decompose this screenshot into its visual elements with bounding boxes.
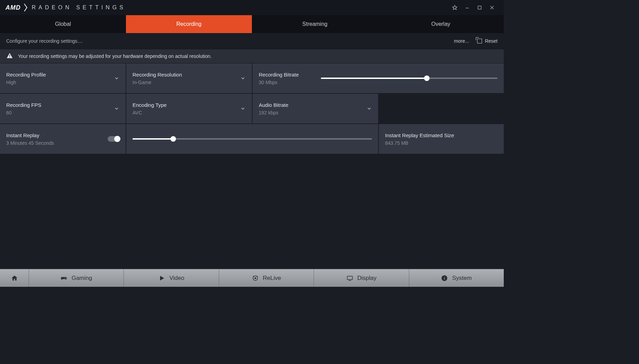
recording-fps-label: Recording FPS (6, 102, 119, 108)
minimize-icon (464, 5, 470, 10)
instant-replay-label: Instant Replay (6, 132, 119, 138)
tab-recording[interactable]: Recording (126, 15, 252, 33)
brand-text: AMD (6, 4, 21, 11)
recording-bitrate-value: 30 Mbps (259, 80, 311, 85)
nav-gaming[interactable]: Gaming (29, 269, 124, 287)
instant-replay-value: 3 Minutes 45 Seconds (6, 140, 119, 146)
svg-rect-13 (444, 276, 445, 277)
row-2: Recording FPS 60 Encoding Type AVC Audio… (0, 94, 504, 123)
reset-icon (477, 39, 482, 43)
chevron-down-icon (240, 75, 246, 81)
nav-display-label: Display (357, 275, 377, 282)
svg-marker-0 (452, 5, 457, 10)
svg-point-8 (257, 276, 258, 277)
audio-bitrate-value: 192 kbps (259, 110, 372, 115)
nav-system[interactable]: System (409, 269, 504, 287)
row-1: Recording Profile High Recording Resolut… (0, 63, 504, 93)
close-icon (489, 5, 495, 10)
reset-button[interactable]: Reset (477, 38, 498, 44)
amd-logo: AMD (6, 4, 26, 11)
recording-fps-dropdown[interactable]: Recording FPS 60 (0, 94, 126, 123)
display-icon (346, 275, 353, 282)
chevron-down-icon (114, 106, 119, 111)
tab-global[interactable]: Global (0, 15, 126, 33)
nav-display[interactable]: Display (314, 269, 409, 287)
warning-icon (6, 52, 13, 60)
instant-replay-slider-tile (126, 124, 378, 154)
instant-replay-size-tile: Instant Replay Estimated Size 843.75 MB (379, 124, 504, 154)
chevron-down-icon (114, 75, 119, 81)
info-icon (441, 275, 448, 282)
nav-system-label: System (452, 275, 472, 282)
recording-profile-label: Recording Profile (6, 72, 119, 78)
chevron-down-icon (366, 106, 372, 111)
nav-video[interactable]: Video (124, 269, 219, 287)
subheader-text: Configure your recording settings.... (6, 38, 83, 44)
tab-overlay[interactable]: Overlay (378, 15, 504, 33)
content-area: Recording Profile High Recording Resolut… (0, 63, 504, 269)
reset-label: Reset (485, 38, 498, 44)
recording-bitrate-slider[interactable] (321, 78, 498, 79)
encoding-type-dropdown[interactable]: Encoding Type AVC (126, 94, 252, 123)
svg-rect-12 (444, 277, 445, 280)
svg-rect-9 (347, 276, 352, 280)
recording-resolution-dropdown[interactable]: Recording Resolution In-Game (126, 63, 252, 93)
top-tabs: Global Recording Streaming Overlay (0, 15, 504, 33)
play-icon (158, 275, 165, 282)
svg-rect-2 (478, 6, 481, 9)
minimize-button[interactable] (461, 1, 473, 14)
encoding-type-value: AVC (132, 110, 246, 115)
info-strip: Your recording settings may be adjusted … (0, 49, 504, 63)
svg-point-6 (254, 277, 256, 279)
nav-gaming-label: Gaming (71, 275, 92, 282)
encoding-type-label: Encoding Type (132, 102, 246, 108)
maximize-icon (477, 5, 482, 10)
app-title: RADEON SETTINGS (32, 4, 126, 11)
recording-bitrate-tile: Recording Bitrate 30 Mbps (253, 63, 504, 93)
nav-video-label: Video (169, 275, 184, 282)
instant-replay-toggle[interactable] (108, 136, 119, 142)
more-link[interactable]: more... (454, 38, 469, 44)
amd-arrow-icon (22, 3, 27, 11)
tab-streaming[interactable]: Streaming (252, 15, 378, 33)
instant-replay-size-value: 843.75 MB (385, 140, 498, 146)
chevron-down-icon (240, 106, 246, 111)
recording-resolution-value: In-Game (132, 80, 246, 85)
bottom-nav: Gaming Video ReLive Display System (0, 269, 504, 287)
instant-replay-slider[interactable] (132, 138, 372, 140)
recording-resolution-label: Recording Resolution (132, 72, 246, 78)
recording-bitrate-label: Recording Bitrate (259, 72, 311, 78)
empty-cell (379, 94, 504, 123)
instant-replay-size-label: Instant Replay Estimated Size (385, 132, 498, 138)
gamepad-icon (60, 275, 67, 282)
row-3: Instant Replay 3 Minutes 45 Seconds Inst… (0, 124, 504, 154)
audio-bitrate-dropdown[interactable]: Audio Bitrate 192 kbps (253, 94, 378, 123)
audio-bitrate-label: Audio Bitrate (259, 102, 372, 108)
home-icon (11, 275, 18, 282)
maximize-button[interactable] (473, 1, 486, 14)
recording-profile-dropdown[interactable]: Recording Profile High (0, 63, 126, 93)
nav-relive[interactable]: ReLive (219, 269, 314, 287)
svg-point-7 (253, 276, 254, 277)
recording-profile-value: High (6, 80, 119, 85)
nav-relive-label: ReLive (263, 275, 281, 282)
close-button[interactable] (486, 1, 498, 14)
favorite-button[interactable] (449, 1, 461, 14)
star-icon (452, 5, 458, 10)
title-bar: AMD RADEON SETTINGS (0, 0, 504, 15)
instant-replay-toggle-tile: Instant Replay 3 Minutes 45 Seconds (0, 124, 126, 154)
recording-fps-value: 60 (6, 110, 119, 115)
relive-icon (252, 275, 259, 282)
subheader: Configure your recording settings.... mo… (0, 33, 504, 49)
info-text: Your recording settings may be adjusted … (18, 53, 212, 59)
nav-home[interactable] (0, 269, 29, 287)
